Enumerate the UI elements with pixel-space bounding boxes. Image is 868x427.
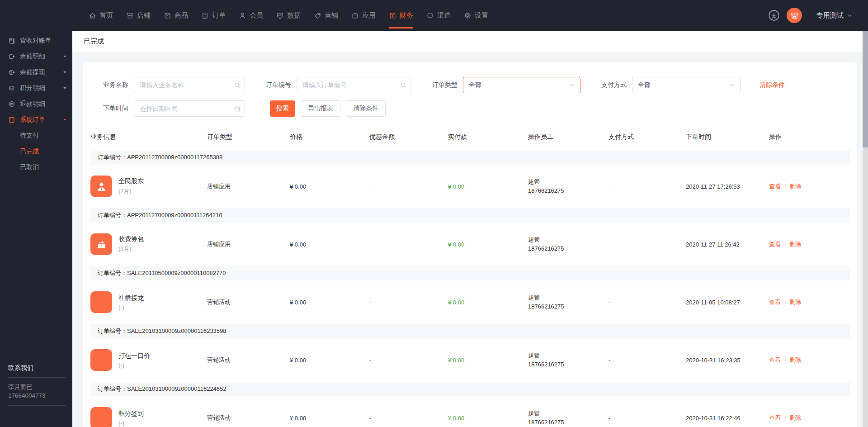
filter-order-no: 订单编号 bbox=[266, 77, 411, 93]
filter-row-1: 业务名称 订单编号 订单类型 bbox=[90, 77, 850, 93]
delete-link[interactable]: 删除 bbox=[789, 356, 801, 363]
operator-cell: 超管18766216275 bbox=[528, 177, 609, 195]
view-link[interactable]: 查看 bbox=[769, 183, 781, 190]
caret-up-icon bbox=[63, 118, 67, 122]
order-number: APP20112700009z00000111264210 bbox=[127, 212, 222, 218]
business-duration: (1月) bbox=[118, 245, 144, 253]
order-type-cell: 营销活动 bbox=[207, 414, 290, 422]
order-time-cell: 2020-10-31 16:22:46 bbox=[686, 415, 769, 422]
action-separator: | bbox=[784, 241, 786, 247]
sidebar-subitem[interactable]: 已完成 bbox=[0, 143, 72, 159]
discount-cell: - bbox=[369, 241, 448, 248]
business-name: 积分签到 bbox=[118, 410, 144, 418]
sidebar-item-sysorder[interactable]: 系统订单 bbox=[0, 112, 72, 128]
pay-method-select[interactable]: 全部 bbox=[632, 77, 741, 93]
main-content: 已完成 业务名称 订单编号 bbox=[72, 31, 868, 427]
shop-icon bbox=[126, 12, 134, 19]
sidebar-subitem[interactable]: 已取消 bbox=[0, 159, 72, 175]
sidebar-item-label: 余额明细 bbox=[20, 52, 45, 61]
sidebar-item-bill[interactable]: 营收对账单 bbox=[0, 33, 72, 48]
nav-item-shop[interactable]: 店铺 bbox=[126, 0, 151, 31]
avatar[interactable] bbox=[787, 8, 802, 23]
nav-item-label: 首页 bbox=[99, 11, 113, 20]
view-link[interactable]: 查看 bbox=[769, 299, 781, 305]
nav-item-data[interactable]: 数据 bbox=[276, 0, 301, 31]
view-link[interactable]: 查看 bbox=[769, 356, 781, 363]
order-icon bbox=[201, 12, 209, 19]
order-number-prefix: 订单编号： bbox=[98, 270, 127, 276]
contact-block: 联系我们 李月而已 17664004773 bbox=[8, 364, 66, 411]
delete-link[interactable]: 删除 bbox=[789, 414, 801, 421]
business-info-cell: 全民股东(2月) bbox=[90, 176, 207, 197]
nav-item-member[interactable]: 会员 bbox=[239, 0, 263, 31]
sidebar-item-balance[interactable]: 余额明细 bbox=[0, 48, 72, 64]
calendar-icon bbox=[234, 105, 241, 112]
table-row: 社群接龙(-)营销活动¥ 0.00-¥ 0.00超管18766216275-20… bbox=[90, 280, 850, 324]
pay-method-value: 全部 bbox=[638, 81, 651, 89]
biz-coupon-icon bbox=[90, 233, 112, 255]
business-info-cell: 打包一口价(-) bbox=[90, 349, 207, 371]
table-row: 积分签到(-)营销活动¥ 0.00-¥ 0.00超管18766216275-20… bbox=[90, 396, 850, 427]
sidebar-item-refund[interactable]: 退款明细 bbox=[0, 96, 72, 112]
nav-item-app[interactable]: 应用 bbox=[351, 0, 376, 31]
paid-cell: ¥ 0.00 bbox=[448, 299, 528, 306]
business-name: 收费券包 bbox=[118, 235, 144, 243]
balance-icon bbox=[8, 53, 15, 60]
view-link[interactable]: 查看 bbox=[769, 414, 781, 421]
order-number-band: 订单编号：SALE20103100009z00000116233598 bbox=[90, 324, 850, 338]
sidebar-item-label: 营收对账单 bbox=[20, 37, 52, 45]
nav-item-goods[interactable]: 商品 bbox=[164, 0, 188, 31]
search-button[interactable]: 搜索 bbox=[270, 100, 295, 117]
business-info-cell: 积分签到(-) bbox=[90, 407, 207, 427]
download-icon[interactable] bbox=[768, 9, 780, 22]
orders-card: 业务名称 订单编号 订单类型 bbox=[83, 62, 857, 427]
nav-item-label: 财务 bbox=[400, 11, 413, 20]
view-link[interactable]: 查看 bbox=[769, 241, 781, 247]
order-time-cell: 2020-11-27 11:26:42 bbox=[686, 241, 769, 248]
column-header: 下单时间 bbox=[686, 133, 769, 141]
nav-item-settings[interactable]: 设置 bbox=[464, 0, 488, 31]
order-no-input[interactable] bbox=[297, 77, 411, 93]
bill-icon bbox=[8, 37, 15, 44]
account-menu[interactable]: 专用测试 bbox=[816, 11, 853, 20]
nav-item-marketing[interactable]: 营销 bbox=[314, 0, 338, 31]
clear-conditions-button[interactable]: 清除条件 bbox=[346, 100, 386, 117]
divider bbox=[8, 405, 66, 406]
caret-down-icon bbox=[63, 70, 67, 74]
order-number-band: 订单编号：APP20112700009z00000111264210 bbox=[90, 208, 850, 223]
table-row: 打包一口价(-)营销活动¥ 0.00-¥ 0.00超管18766216275-2… bbox=[90, 338, 850, 382]
nav-item-finance[interactable]: 财务 bbox=[389, 0, 413, 31]
sidebar-item-withdraw[interactable]: 余额提现 bbox=[0, 64, 72, 80]
delete-link[interactable]: 删除 bbox=[789, 299, 801, 305]
actions-cell: 查看|删除 bbox=[769, 298, 850, 306]
biz-plain-icon bbox=[90, 349, 112, 371]
sidebar-item-points[interactable]: 积分明细 bbox=[0, 80, 72, 96]
discount-cell: - bbox=[369, 415, 448, 422]
order-no-input-wrap bbox=[297, 77, 411, 93]
action-separator: | bbox=[784, 299, 786, 305]
contact-name: 李月而已 bbox=[8, 383, 66, 392]
business-duration: (-) bbox=[118, 420, 144, 427]
business-name-input[interactable] bbox=[134, 77, 245, 93]
date-range-input[interactable] bbox=[134, 100, 245, 117]
nav-item-channel[interactable]: 渠道 bbox=[426, 0, 451, 31]
scrollbar[interactable] bbox=[863, 31, 868, 427]
scrollbar-thumb[interactable] bbox=[863, 31, 868, 147]
nav-item-home[interactable]: 首页 bbox=[89, 0, 113, 31]
top-nav: 首页店铺商品订单会员数据营销应用财务渠道设置 专用测试 bbox=[0, 0, 868, 31]
delete-link[interactable]: 删除 bbox=[789, 241, 801, 247]
nav-item-order[interactable]: 订单 bbox=[201, 0, 226, 31]
sidebar-subitem[interactable]: 待支付 bbox=[0, 128, 72, 143]
price-cell: ¥ 0.00 bbox=[290, 241, 369, 248]
sidebar-item-label: 积分明细 bbox=[20, 84, 45, 92]
business-name-input-wrap bbox=[134, 77, 245, 93]
actions-cell: 查看|删除 bbox=[769, 182, 850, 190]
operator-cell: 超管18766216275 bbox=[528, 409, 609, 427]
filter-row-2: 下单时间 搜索 导出报表 清除条件 bbox=[90, 100, 850, 117]
clear-filters-link[interactable]: 清除条件 bbox=[760, 81, 785, 89]
delete-link[interactable]: 删除 bbox=[789, 183, 801, 190]
sidebar-item-label: 系统订单 bbox=[20, 116, 45, 124]
order-type-select[interactable]: 全部 bbox=[463, 77, 580, 93]
column-header: 价格 bbox=[290, 133, 369, 141]
export-report-button[interactable]: 导出报表 bbox=[301, 100, 340, 117]
